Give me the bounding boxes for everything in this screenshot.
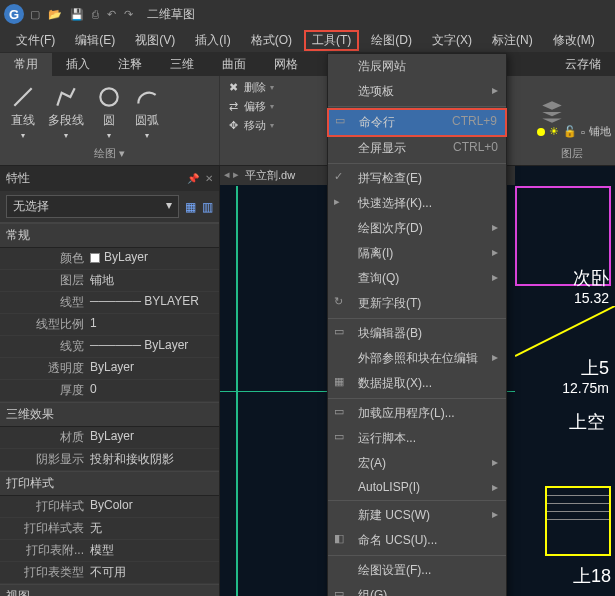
canvas-right-area: 次卧 15.32 上5 12.75m 上空 上18 bbox=[515, 166, 615, 596]
qat-redo-icon[interactable]: ↷ bbox=[124, 8, 133, 21]
menu-item[interactable]: 选项板▸ bbox=[328, 79, 506, 104]
draw-tool[interactable]: 圆▾ bbox=[92, 82, 126, 142]
cloud-tab[interactable]: 云存储 bbox=[551, 53, 615, 76]
property-section[interactable]: 视图 bbox=[0, 584, 219, 596]
ribbon-tab[interactable]: 曲面 bbox=[208, 53, 260, 76]
menu-item[interactable]: 外部参照和块在位编辑▸ bbox=[328, 346, 506, 371]
dimension-text: 12.75m bbox=[562, 380, 609, 396]
property-row[interactable]: 打印样式表无 bbox=[0, 518, 219, 540]
menu-separator bbox=[328, 106, 506, 107]
property-section[interactable]: 常规 bbox=[0, 223, 219, 248]
room-label: 次卧 bbox=[573, 266, 609, 290]
menu-item[interactable]: ↻更新字段(T) bbox=[328, 291, 506, 316]
property-row[interactable]: 打印表类型不可用 bbox=[0, 562, 219, 584]
svg-point-1 bbox=[100, 88, 117, 105]
ribbon-tab[interactable]: 注释 bbox=[104, 53, 156, 76]
ribbon-tab[interactable]: 插入 bbox=[52, 53, 104, 76]
ribbon-panel-label: 绘图 ▾ bbox=[6, 144, 213, 161]
close-icon[interactable]: ✕ bbox=[205, 173, 213, 184]
modify-tool[interactable]: ✥移动 ▾ bbox=[226, 118, 323, 133]
menu-9[interactable]: 修改(M) bbox=[545, 30, 603, 51]
menu-separator bbox=[328, 163, 506, 164]
property-row[interactable]: 阴影显示投射和接收阴影 bbox=[0, 449, 219, 471]
menu-item[interactable]: ▭命令行CTRL+9 bbox=[327, 108, 507, 137]
modify-tool[interactable]: ⇄偏移 ▾ bbox=[226, 99, 323, 114]
layer-states-button[interactable] bbox=[535, 97, 569, 127]
property-row[interactable]: 厚度0 bbox=[0, 380, 219, 402]
menu-6[interactable]: 绘图(D) bbox=[363, 30, 420, 51]
menu-item[interactable]: 绘图次序(D)▸ bbox=[328, 216, 506, 241]
menu-item[interactable]: 宏(A)▸ bbox=[328, 451, 506, 476]
ribbon-tabs: 常用插入注释三维曲面网格云存储 bbox=[0, 52, 615, 76]
qat-print-icon[interactable]: ⎙ bbox=[92, 8, 99, 21]
menu-item[interactable]: ▭运行脚本... bbox=[328, 426, 506, 451]
menu-5[interactable]: 工具(T) bbox=[304, 30, 359, 51]
menu-item[interactable]: 新建 UCS(W)▸ bbox=[328, 503, 506, 528]
menu-item[interactable]: AutoLISP(I)▸ bbox=[328, 476, 506, 498]
menu-item[interactable]: ▭加载应用程序(L)... bbox=[328, 401, 506, 426]
property-row[interactable]: 线宽────── ByLayer bbox=[0, 336, 219, 358]
ribbon-tab[interactable]: 网格 bbox=[260, 53, 312, 76]
draw-tool[interactable]: 直线▾ bbox=[6, 82, 40, 142]
menu-0[interactable]: 文件(F) bbox=[8, 30, 63, 51]
menubar: 文件(F)编辑(E)视图(V)插入(I)格式(O)工具(T)绘图(D)文字(X)… bbox=[0, 28, 615, 52]
svg-line-2 bbox=[515, 306, 615, 356]
menu-item[interactable]: 隔离(I)▸ bbox=[328, 241, 506, 266]
property-row[interactable]: 材质ByLayer bbox=[0, 427, 219, 449]
menu-8[interactable]: 标注(N) bbox=[484, 30, 541, 51]
properties-title: 特性 bbox=[6, 170, 30, 187]
property-row[interactable]: 打印表附...模型 bbox=[0, 540, 219, 562]
property-row[interactable]: 透明度ByLayer bbox=[0, 358, 219, 380]
menu-2[interactable]: 视图(V) bbox=[127, 30, 183, 51]
quickselect-icon[interactable]: ▦ bbox=[185, 200, 196, 214]
property-section[interactable]: 三维效果 bbox=[0, 402, 219, 427]
lock-icon: 🔓 bbox=[563, 125, 577, 138]
menu-item[interactable]: ◧命名 UCS(U)... bbox=[328, 528, 506, 553]
menu-1[interactable]: 编辑(E) bbox=[67, 30, 123, 51]
menu-item[interactable]: 绘图设置(F)... bbox=[328, 558, 506, 583]
property-section[interactable]: 打印样式 bbox=[0, 471, 219, 496]
menu-item[interactable]: ✓拼写检查(E) bbox=[328, 166, 506, 191]
property-row[interactable]: 颜色ByLayer bbox=[0, 248, 219, 270]
menu-separator bbox=[328, 500, 506, 501]
menu-4[interactable]: 格式(O) bbox=[243, 30, 300, 51]
document-title: 二维草图 bbox=[147, 6, 195, 23]
menu-7[interactable]: 文字(X) bbox=[424, 30, 480, 51]
menu-separator bbox=[328, 398, 506, 399]
property-row[interactable]: 图层铺地 bbox=[0, 270, 219, 292]
ribbon-panel-draw: 直线▾多段线▾圆▾圆弧▾ 绘图 ▾ bbox=[0, 76, 220, 165]
qat-new-icon[interactable]: ▢ bbox=[30, 8, 40, 21]
drawing-tab[interactable]: 平立剖.dw bbox=[245, 168, 295, 183]
qat-save-icon[interactable]: 💾 bbox=[70, 8, 84, 21]
pickadd-icon[interactable]: ▥ bbox=[202, 200, 213, 214]
layer-name: 铺地 bbox=[589, 124, 611, 139]
void-label: 上空 bbox=[569, 410, 605, 434]
selection-combo[interactable]: 无选择▾ bbox=[6, 195, 179, 218]
menu-item[interactable]: 查询(Q)▸ bbox=[328, 266, 506, 291]
menu-item[interactable]: ▦数据提取(X)... bbox=[328, 371, 506, 396]
tools-menu-dropdown: 浩辰网站选项板▸▭命令行CTRL+9全屏显示CTRL+0✓拼写检查(E)▸快速选… bbox=[327, 53, 507, 596]
ribbon-tab[interactable]: 三维 bbox=[156, 53, 208, 76]
property-row[interactable]: 线型比例1 bbox=[0, 314, 219, 336]
menu-item[interactable]: ▭组(G) bbox=[328, 583, 506, 596]
menu-item[interactable]: 浩辰网站 bbox=[328, 54, 506, 79]
ribbon: 直线▾多段线▾圆▾圆弧▾ 绘图 ▾ ✖删除 ▾⇄偏移 ▾✥移动 ▾ 图层 bbox=[0, 76, 615, 166]
menu-3[interactable]: 插入(I) bbox=[187, 30, 238, 51]
draw-tool[interactable]: 圆弧▾ bbox=[130, 82, 164, 142]
menu-item[interactable]: 全屏显示CTRL+0 bbox=[328, 136, 506, 161]
menu-separator bbox=[328, 318, 506, 319]
qat-undo-icon[interactable]: ↶ bbox=[107, 8, 116, 21]
stair-label: 上18 bbox=[573, 564, 611, 588]
titlebar: G ▢ 📂 💾 ⎙ ↶ ↷ 二维草图 bbox=[0, 0, 615, 28]
property-row[interactable]: 打印样式ByColor bbox=[0, 496, 219, 518]
pin-icon[interactable]: 📌 bbox=[187, 173, 199, 184]
ribbon-tab[interactable]: 常用 bbox=[0, 53, 52, 76]
draw-tool[interactable]: 多段线▾ bbox=[44, 82, 88, 142]
qat-open-icon[interactable]: 📂 bbox=[48, 8, 62, 21]
properties-panel: 特性 📌✕ 无选择▾ ▦ ▥ 常规颜色ByLayer图层铺地线型────── B… bbox=[0, 166, 220, 596]
property-row[interactable]: 线型────── BYLAYER bbox=[0, 292, 219, 314]
stair-outline bbox=[545, 486, 611, 556]
menu-item[interactable]: ▭块编辑器(B) bbox=[328, 321, 506, 346]
menu-item[interactable]: ▸快速选择(K)... bbox=[328, 191, 506, 216]
modify-tool[interactable]: ✖删除 ▾ bbox=[226, 80, 323, 95]
